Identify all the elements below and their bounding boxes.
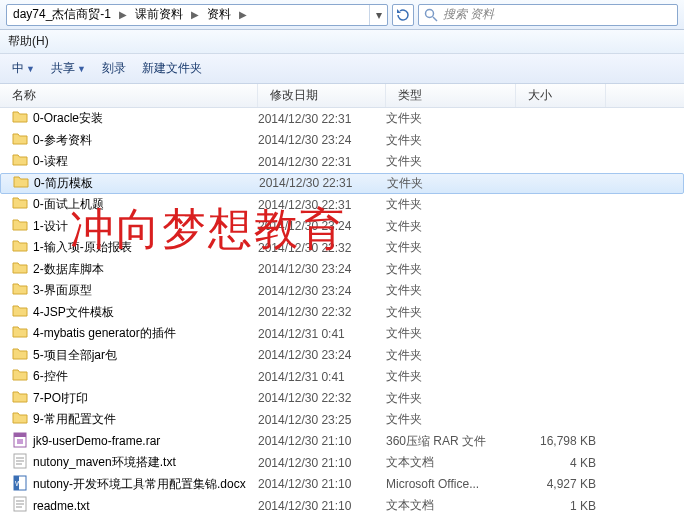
menu-help[interactable]: 帮助(H) — [8, 33, 49, 50]
file-name: 0-参考资料 — [33, 132, 92, 149]
chevron-right-icon: ▶ — [117, 9, 129, 20]
svg-point-0 — [426, 9, 434, 17]
file-name: 9-常用配置文件 — [33, 411, 116, 428]
history-dropdown-icon[interactable]: ▾ — [369, 5, 387, 25]
file-type: 文件夹 — [386, 261, 516, 278]
svg-text:W: W — [15, 480, 22, 487]
file-type: 文件夹 — [386, 218, 516, 235]
refresh-icon — [395, 7, 411, 23]
file-size: 16,798 KB — [516, 434, 606, 448]
file-size: 4,927 KB — [516, 477, 606, 491]
search-icon — [423, 7, 439, 23]
chevron-down-icon: ▼ — [26, 64, 35, 74]
file-row[interactable]: 1-输入项-原始报表2014/12/30 22:32文件夹 — [0, 237, 684, 259]
folder-icon — [13, 174, 29, 193]
file-type: 文件夹 — [386, 325, 516, 342]
file-date: 2014/12/30 22:32 — [258, 305, 386, 319]
file-row[interactable]: readme.txt2014/12/30 21:10文本文档1 KB — [0, 495, 684, 517]
tool-include[interactable]: 中 ▼ — [8, 58, 39, 79]
file-name: nutony_maven环境搭建.txt — [33, 454, 176, 471]
file-row[interactable]: nutony_maven环境搭建.txt2014/12/30 21:10文本文档… — [0, 452, 684, 474]
file-size: 1 KB — [516, 499, 606, 513]
file-name: readme.txt — [33, 499, 90, 513]
svg-line-1 — [433, 17, 437, 21]
file-row[interactable]: 0-Oracle安装2014/12/30 22:31文件夹 — [0, 108, 684, 130]
chevron-right-icon: ▶ — [189, 9, 201, 20]
file-type: 文本文档 — [386, 454, 516, 471]
folder-icon — [12, 260, 28, 279]
chevron-down-icon: ▼ — [77, 64, 86, 74]
col-date[interactable]: 修改日期 — [258, 84, 386, 107]
folder-icon — [12, 367, 28, 386]
file-list: 0-Oracle安装2014/12/30 22:31文件夹0-参考资料2014/… — [0, 108, 684, 517]
file-type: 文件夹 — [386, 390, 516, 407]
file-row[interactable]: 0-面试上机题2014/12/30 22:31文件夹 — [0, 194, 684, 216]
file-date: 2014/12/30 21:10 — [258, 434, 386, 448]
file-row[interactable]: 2-数据库脚本2014/12/30 23:24文件夹 — [0, 259, 684, 281]
file-row[interactable]: 4-mybatis generator的插件2014/12/31 0:41文件夹 — [0, 323, 684, 345]
file-type: 文件夹 — [386, 196, 516, 213]
file-name: 0-简历模板 — [34, 175, 93, 192]
column-headers: 名称 修改日期 类型 大小 — [0, 84, 684, 108]
file-row[interactable]: 9-常用配置文件2014/12/30 23:25文件夹 — [0, 409, 684, 431]
file-date: 2014/12/31 0:41 — [258, 327, 386, 341]
file-name: 7-POI打印 — [33, 390, 88, 407]
file-row[interactable]: 4-JSP文件模板2014/12/30 22:32文件夹 — [0, 302, 684, 324]
file-row[interactable]: 0-参考资料2014/12/30 23:24文件夹 — [0, 130, 684, 152]
tool-new-folder[interactable]: 新建文件夹 — [138, 58, 206, 79]
file-name: 0-Oracle安装 — [33, 110, 103, 127]
file-type: 文件夹 — [386, 110, 516, 127]
col-type[interactable]: 类型 — [386, 84, 516, 107]
folder-icon — [12, 281, 28, 300]
folder-icon — [12, 195, 28, 214]
crumb-1[interactable]: 课前资料 — [129, 5, 189, 25]
file-date: 2014/12/30 22:31 — [258, 198, 386, 212]
rar-icon — [12, 432, 28, 451]
file-name: 0-读程 — [33, 153, 68, 170]
file-row[interactable]: Wnutony-开发环境工具常用配置集锦.docx2014/12/30 21:1… — [0, 474, 684, 496]
file-row[interactable]: jk9-userDemo-frame.rar2014/12/30 21:1036… — [0, 431, 684, 453]
file-date: 2014/12/31 0:41 — [258, 370, 386, 384]
file-date: 2014/12/30 23:25 — [258, 413, 386, 427]
crumb-2[interactable]: 资料 — [201, 5, 237, 25]
file-type: 文件夹 — [386, 153, 516, 170]
menu-bar: 帮助(H) — [0, 30, 684, 54]
file-type: 文件夹 — [386, 368, 516, 385]
col-size[interactable]: 大小 — [516, 84, 606, 107]
folder-icon — [12, 109, 28, 128]
folder-icon — [12, 131, 28, 150]
breadcrumb[interactable]: day74_杰信商贸-1 ▶ 课前资料 ▶ 资料 ▶ ▾ — [6, 4, 388, 26]
col-name[interactable]: 名称 — [0, 84, 258, 107]
file-date: 2014/12/30 22:32 — [258, 391, 386, 405]
file-date: 2014/12/30 23:24 — [258, 284, 386, 298]
file-row[interactable]: 6-控件2014/12/31 0:41文件夹 — [0, 366, 684, 388]
folder-icon — [12, 238, 28, 257]
file-name: 5-项目全部jar包 — [33, 347, 117, 364]
file-row[interactable]: 7-POI打印2014/12/30 22:32文件夹 — [0, 388, 684, 410]
file-name: 3-界面原型 — [33, 282, 92, 299]
file-row[interactable]: 0-读程2014/12/30 22:31文件夹 — [0, 151, 684, 173]
file-date: 2014/12/30 21:10 — [258, 456, 386, 470]
file-type: 文件夹 — [386, 347, 516, 364]
file-date: 2014/12/30 22:31 — [259, 176, 387, 190]
crumb-0[interactable]: day74_杰信商贸-1 — [7, 5, 117, 25]
txt-icon — [12, 496, 28, 515]
refresh-button[interactable] — [392, 4, 414, 26]
file-date: 2014/12/30 23:24 — [258, 133, 386, 147]
docx-icon: W — [12, 475, 28, 494]
file-row[interactable]: 0-简历模板2014/12/30 22:31文件夹 — [0, 173, 684, 195]
file-date: 2014/12/30 21:10 — [258, 477, 386, 491]
folder-icon — [12, 217, 28, 236]
file-name: 1-设计 — [33, 218, 68, 235]
file-row[interactable]: 1-设计2014/12/30 23:24文件夹 — [0, 216, 684, 238]
file-name: 2-数据库脚本 — [33, 261, 104, 278]
tool-share[interactable]: 共享 ▼ — [47, 58, 90, 79]
svg-rect-4 — [17, 439, 23, 444]
tool-burn[interactable]: 刻录 — [98, 58, 130, 79]
toolbar: 中 ▼ 共享 ▼ 刻录 新建文件夹 — [0, 54, 684, 84]
file-row[interactable]: 3-界面原型2014/12/30 23:24文件夹 — [0, 280, 684, 302]
file-row[interactable]: 5-项目全部jar包2014/12/30 23:24文件夹 — [0, 345, 684, 367]
search-input[interactable]: 搜索 资料 — [418, 4, 678, 26]
folder-icon — [12, 152, 28, 171]
file-name: jk9-userDemo-frame.rar — [33, 434, 160, 448]
